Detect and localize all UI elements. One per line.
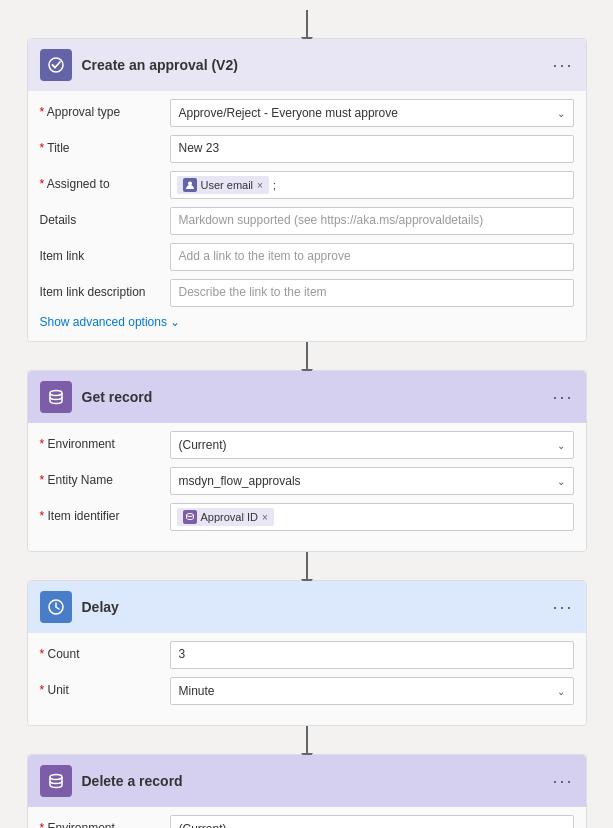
- approval-title-label: * Title: [40, 135, 170, 155]
- svg-point-1: [188, 182, 192, 186]
- approval-id-tag-icon: [183, 510, 197, 524]
- approval-title-row: * Title New 23: [40, 135, 574, 163]
- delay-icon: [40, 591, 72, 623]
- get-env-select[interactable]: (Current) ⌄: [170, 431, 574, 459]
- create-approval-body: * Approval type Approve/Reject - Everyon…: [28, 91, 586, 341]
- delete-env-select[interactable]: (Current) ⌄: [170, 815, 574, 828]
- delete-env-chevron-icon: ⌄: [557, 824, 565, 829]
- flow-container: Create an approval (V2) ··· * Approval t…: [27, 10, 587, 828]
- create-approval-card: Create an approval (V2) ··· * Approval t…: [27, 38, 587, 342]
- svg-point-2: [50, 391, 62, 396]
- approval-itemlink-label: Item link: [40, 243, 170, 263]
- get-record-icon: [40, 381, 72, 413]
- approval-details-row: Details Markdown supported (see https://…: [40, 207, 574, 235]
- show-advanced-options[interactable]: Show advanced options ⌄: [40, 315, 574, 329]
- delete-record-title: Delete a record: [82, 773, 553, 789]
- approval-type-chevron-icon: ⌄: [557, 108, 565, 119]
- get-entity-chevron-icon: ⌄: [557, 476, 565, 487]
- tag-semicolon: ;: [273, 179, 276, 191]
- delay-header: Delay ···: [28, 581, 586, 633]
- delay-unit-select[interactable]: Minute ⌄: [170, 677, 574, 705]
- approval-itemlink-desc-label: Item link description: [40, 279, 170, 299]
- delay-unit-row: * Unit Minute ⌄: [40, 677, 574, 705]
- svg-point-3: [186, 514, 193, 517]
- approval-details-placeholder: Markdown supported (see https://aka.ms/a…: [179, 213, 484, 227]
- approval-id-tag-remove[interactable]: ×: [262, 512, 268, 523]
- delay-unit-chevron-icon: ⌄: [557, 686, 565, 697]
- approval-assigned-label: * Assigned to: [40, 171, 170, 191]
- get-record-card: Get record ··· * Environment (Current) ⌄…: [27, 370, 587, 552]
- connector-arrow-3: [306, 726, 308, 754]
- approval-details-label: Details: [40, 207, 170, 227]
- get-entity-value: msdyn_flow_approvals: [179, 474, 301, 488]
- get-item-id-tags[interactable]: Approval ID ×: [170, 503, 574, 531]
- approval-itemlink-input[interactable]: Add a link to the item to approve: [170, 243, 574, 271]
- delay-count-row: * Count 3: [40, 641, 574, 669]
- approval-type-value: Approve/Reject - Everyone must approve: [179, 106, 398, 120]
- delete-record-header: Delete a record ···: [28, 755, 586, 807]
- get-record-body: * Environment (Current) ⌄ * Entity Name …: [28, 423, 586, 551]
- delay-menu[interactable]: ···: [552, 597, 573, 618]
- connector-arrow-2: [306, 552, 308, 580]
- approval-itemlink-placeholder: Add a link to the item to approve: [179, 249, 351, 263]
- user-email-tag-remove[interactable]: ×: [257, 180, 263, 191]
- get-entity-row: * Entity Name msdyn_flow_approvals ⌄: [40, 467, 574, 495]
- delay-count-label: * Count: [40, 641, 170, 661]
- svg-point-5: [50, 775, 62, 780]
- approval-icon: [40, 49, 72, 81]
- approval-itemlink-row: Item link Add a link to the item to appr…: [40, 243, 574, 271]
- delay-title: Delay: [82, 599, 553, 615]
- get-item-id-label: * Item identifier: [40, 503, 170, 523]
- approval-type-select[interactable]: Approve/Reject - Everyone must approve ⌄: [170, 99, 574, 127]
- get-record-header: Get record ···: [28, 371, 586, 423]
- show-advanced-label: Show advanced options: [40, 315, 167, 329]
- get-item-id-row: * Item identifier Approval ID ×: [40, 503, 574, 531]
- get-entity-label: * Entity Name: [40, 467, 170, 487]
- approval-itemlink-desc-row: Item link description Describe the link …: [40, 279, 574, 307]
- approval-details-input[interactable]: Markdown supported (see https://aka.ms/a…: [170, 207, 574, 235]
- delete-record-body: * Environment (Current) ⌄ * Entity Name …: [28, 807, 586, 828]
- show-advanced-chevron-icon: ⌄: [170, 315, 180, 329]
- delay-unit-value: Minute: [179, 684, 215, 698]
- delete-env-row: * Environment (Current) ⌄: [40, 815, 574, 828]
- get-env-value: (Current): [179, 438, 227, 452]
- get-record-title: Get record: [82, 389, 553, 405]
- delete-env-value: (Current): [179, 822, 227, 828]
- approval-type-label: * Approval type: [40, 99, 170, 119]
- user-email-tag: User email ×: [177, 176, 269, 194]
- user-email-tag-icon: [183, 178, 197, 192]
- approval-assigned-tags[interactable]: User email × ;: [170, 171, 574, 199]
- approval-itemlink-desc-placeholder: Describe the link to the item: [179, 285, 327, 299]
- svg-point-0: [49, 58, 63, 72]
- create-approval-header: Create an approval (V2) ···: [28, 39, 586, 91]
- approval-itemlink-desc-input[interactable]: Describe the link to the item: [170, 279, 574, 307]
- user-email-tag-label: User email: [201, 179, 254, 191]
- delay-card: Delay ··· * Count 3 * Unit Minute ⌄: [27, 580, 587, 726]
- delete-record-menu[interactable]: ···: [552, 771, 573, 792]
- create-approval-title: Create an approval (V2): [82, 57, 553, 73]
- connector-arrow-top: [306, 10, 308, 38]
- approval-id-tag-label: Approval ID: [201, 511, 258, 523]
- delay-count-input[interactable]: 3: [170, 641, 574, 669]
- create-approval-menu[interactable]: ···: [552, 55, 573, 76]
- get-env-chevron-icon: ⌄: [557, 440, 565, 451]
- approval-id-tag: Approval ID ×: [177, 508, 274, 526]
- delay-body: * Count 3 * Unit Minute ⌄: [28, 633, 586, 725]
- connector-arrow-1: [306, 342, 308, 370]
- get-env-row: * Environment (Current) ⌄: [40, 431, 574, 459]
- delete-env-label: * Environment: [40, 815, 170, 828]
- approval-assigned-row: * Assigned to User email × ;: [40, 171, 574, 199]
- delay-unit-label: * Unit: [40, 677, 170, 697]
- get-env-label: * Environment: [40, 431, 170, 451]
- delete-record-card: Delete a record ··· * Environment (Curre…: [27, 754, 587, 828]
- approval-type-row: * Approval type Approve/Reject - Everyon…: [40, 99, 574, 127]
- get-record-menu[interactable]: ···: [552, 387, 573, 408]
- approval-title-input[interactable]: New 23: [170, 135, 574, 163]
- delete-record-icon: [40, 765, 72, 797]
- get-entity-select[interactable]: msdyn_flow_approvals ⌄: [170, 467, 574, 495]
